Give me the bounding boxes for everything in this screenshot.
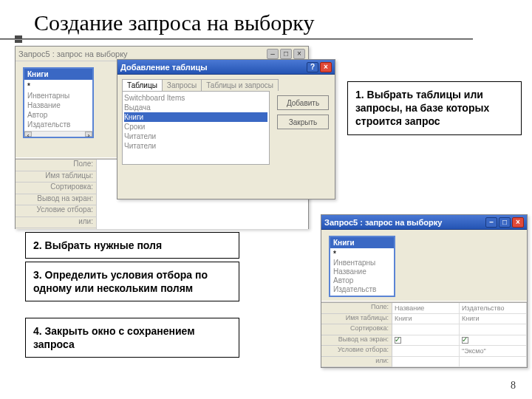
field-item[interactable]: *: [333, 250, 391, 259]
field-item[interactable]: Название: [27, 100, 89, 110]
close-button[interactable]: Закрыть: [277, 115, 329, 129]
dialog-title: Добавление таблицы: [120, 63, 208, 72]
grid-row-label: Сортировка:: [321, 324, 392, 335]
grid-row-labels: Поле: Имя таблицы: Сортировка: Вывод на …: [16, 160, 97, 229]
callout-step-3: 3. Определить условия отбора по одному и…: [25, 262, 239, 301]
grid-row-label: Условие отбора:: [321, 346, 392, 357]
cell-cond[interactable]: "Эксмо": [460, 346, 526, 357]
grid-row-label: Поле:: [16, 160, 96, 171]
grid-row-label: Вывод на экран:: [321, 335, 392, 347]
grid-row-labels: Поле: Имя таблицы: Сортировка: Вывод на …: [321, 303, 392, 367]
close-icon[interactable]: ×: [293, 49, 305, 59]
callout-step-4: 4. Закрыть окно с сохранением запроса: [25, 318, 239, 358]
table-box-title: Книги: [330, 237, 394, 248]
list-item[interactable]: Сроки: [124, 122, 267, 132]
field-item[interactable]: *: [27, 81, 89, 91]
scroll-right-icon[interactable]: ›: [85, 132, 92, 137]
checkbox-icon[interactable]: [462, 337, 468, 344]
slide-title: Создание запроса на выборку: [0, 0, 532, 35]
cell-field[interactable]: Название: [392, 303, 459, 314]
cell-table[interactable]: Книги: [460, 314, 526, 325]
add-button[interactable]: Добавить: [277, 95, 329, 110]
scrollbar[interactable]: [32, 132, 85, 137]
callout-step-2: 2. Выбрать нужные поля: [25, 232, 239, 259]
minimize-icon[interactable]: –: [267, 49, 279, 59]
cell-field[interactable]: Издательство: [460, 303, 526, 314]
list-item[interactable]: Выдача: [124, 103, 267, 112]
grid-row-label: Условие отбора:: [16, 205, 96, 217]
field-item[interactable]: Автор: [333, 276, 391, 285]
field-item[interactable]: Инвентарны: [333, 259, 391, 267]
grid-row-label: Вывод на экран:: [16, 194, 96, 206]
query-designer-window-right: Запрос5 : запрос на выборку – □ × Книги …: [321, 214, 528, 368]
field-item[interactable]: Издательств: [333, 285, 391, 294]
grid-row-label: Имя таблицы:: [16, 171, 96, 183]
minimize-icon[interactable]: –: [485, 217, 497, 228]
maximize-icon[interactable]: □: [499, 217, 511, 228]
table-box-books[interactable]: Книги * Инвентарны Название Автор Издате…: [23, 67, 94, 138]
scroll-left-icon[interactable]: ‹: [24, 132, 32, 137]
dialog-titlebar[interactable]: Добавление таблицы ? ×: [117, 60, 335, 75]
add-table-dialog: Добавление таблицы ? × Таблицы Запросы Т…: [117, 59, 335, 200]
checkbox-icon[interactable]: [395, 337, 401, 344]
field-item[interactable]: Издательств: [27, 120, 89, 129]
close-icon[interactable]: ×: [320, 62, 332, 72]
grid-row-label: или:: [16, 217, 96, 229]
title-underline-2: [0, 39, 473, 40]
cell-sort[interactable]: [392, 324, 459, 335]
callout-step-1: 1. Выбрать таблицы или запросы, на базе …: [347, 81, 522, 135]
field-item[interactable]: Название: [333, 267, 391, 276]
cell-cond[interactable]: [392, 346, 459, 357]
grid-row-label: Имя таблицы:: [321, 314, 392, 325]
cell-or[interactable]: [460, 357, 526, 368]
window-title: Запрос5 : запрос на выборку: [324, 218, 442, 227]
window-title: Запрос5 : запрос на выборку: [18, 50, 128, 58]
slide-number: 8: [511, 380, 516, 392]
help-icon[interactable]: ?: [307, 62, 318, 72]
field-item[interactable]: Инвентарны: [27, 91, 89, 100]
grid-row-label: Сортировка:: [16, 183, 96, 194]
list-item[interactable]: Читатели: [124, 132, 267, 141]
list-item-selected[interactable]: Книги: [124, 112, 267, 122]
table-box-title: Книги: [24, 69, 92, 80]
tab-both[interactable]: Таблицы и запросы: [201, 79, 279, 91]
close-icon[interactable]: ×: [512, 217, 524, 228]
grid-row-label: Поле:: [321, 303, 392, 314]
tab-queries[interactable]: Запросы: [162, 79, 202, 91]
cell-table[interactable]: Книги: [392, 314, 459, 325]
tab-tables[interactable]: Таблицы: [122, 79, 163, 91]
table-box-books[interactable]: Книги * Инвентарны Название Автор Издате…: [329, 236, 395, 297]
field-item[interactable]: Автор: [27, 110, 89, 120]
grid-column-2[interactable]: Издательство Книги "Эксмо": [460, 303, 527, 367]
maximize-icon[interactable]: □: [280, 49, 292, 59]
cell-show[interactable]: [460, 335, 526, 347]
table-list[interactable]: Switchboard Items Выдача Книги Сроки Чит…: [122, 91, 270, 165]
cell-sort[interactable]: [460, 324, 526, 335]
window-titlebar[interactable]: Запрос5 : запрос на выборку – □ ×: [321, 215, 527, 230]
grid-row-label: или:: [321, 357, 392, 368]
list-item[interactable]: Switchboard Items: [124, 93, 267, 103]
grid-column-1[interactable]: Название Книги: [392, 303, 460, 367]
cell-or[interactable]: [392, 357, 459, 368]
grid-data-columns: Название Книги Издательство Книги "Эксмо…: [392, 303, 527, 367]
cell-show[interactable]: [392, 335, 459, 347]
dialog-tabs: Таблицы Запросы Таблицы и запросы: [122, 79, 330, 91]
list-item[interactable]: Читатели: [124, 141, 267, 151]
